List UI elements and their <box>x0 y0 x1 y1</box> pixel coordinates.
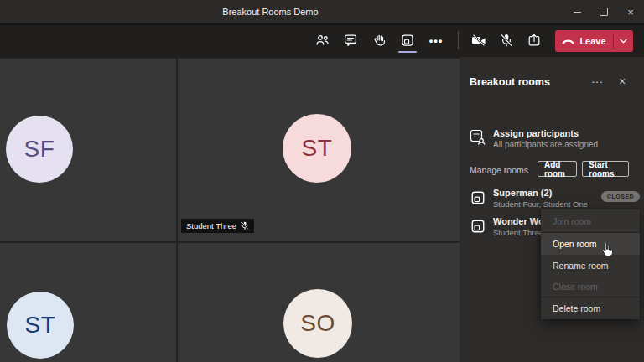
share-screen-button[interactable] <box>520 23 548 57</box>
window-controls: × <box>564 0 644 23</box>
people-icon <box>315 34 330 47</box>
raised-hand-icon <box>372 34 386 47</box>
raise-hand-button[interactable] <box>365 23 393 57</box>
toolbar-divider <box>458 31 459 49</box>
panel-more-button[interactable]: … <box>587 72 607 89</box>
hang-up-icon <box>562 38 574 45</box>
participant-name-label: Student Three <box>181 219 254 233</box>
maximize-button[interactable] <box>590 0 617 23</box>
add-room-button[interactable]: Add room <box>538 161 577 177</box>
mic-off-icon <box>500 34 513 48</box>
active-tool-underline <box>398 51 417 54</box>
mouse-cursor-hand <box>600 241 615 261</box>
menu-item-open-room[interactable]: Open room <box>541 233 640 255</box>
assign-participants-title: Assign participants <box>493 128 579 138</box>
mic-off-button[interactable] <box>492 23 520 57</box>
camera-off-button[interactable] <box>465 23 492 57</box>
more-actions-button[interactable]: ••• <box>422 23 450 57</box>
chat-icon <box>344 34 357 47</box>
video-stage: SF ST ST SO Student Three <box>0 57 460 362</box>
leave-split-button: Leave <box>555 30 633 52</box>
menu-item-rename-room[interactable]: Rename room <box>541 255 640 277</box>
leave-button-label: Leave <box>579 36 605 46</box>
window-title: Breakout Rooms Demo <box>0 0 541 23</box>
start-rooms-button[interactable]: Start rooms <box>582 161 629 177</box>
leave-options-button[interactable] <box>614 30 633 52</box>
menu-item-close-room: Close room <box>541 277 640 297</box>
assign-participants-row[interactable] <box>469 128 486 149</box>
camera-off-icon <box>471 34 486 47</box>
close-button[interactable]: × <box>617 0 644 23</box>
show-chat-button[interactable] <box>336 23 365 57</box>
menu-item-join-room: Join room <box>541 209 640 232</box>
menu-item-delete-room[interactable]: Delete room <box>541 297 640 319</box>
show-participants-button[interactable] <box>308 23 336 57</box>
panel-title: Breakout rooms <box>470 76 550 88</box>
room-members: Student Four, Student One <box>493 199 588 209</box>
breakout-rooms-button[interactable] <box>393 23 422 57</box>
room-members: Student Three, <box>493 228 546 237</box>
minimize-icon <box>574 12 581 13</box>
participant-name: Student Three <box>186 221 236 230</box>
room-icon <box>470 190 486 205</box>
mic-muted-icon <box>241 221 249 230</box>
room-name: Superman (2) <box>493 188 552 198</box>
room-status-badge: CLOSED <box>601 191 640 202</box>
manage-rooms-label: Manage rooms <box>470 165 528 175</box>
maximize-icon <box>600 8 608 16</box>
room-context-menu: Join room Open room Rename room Close ro… <box>541 209 640 319</box>
avatar: ST <box>7 292 74 359</box>
panel-close-button[interactable]: × <box>614 74 631 90</box>
title-bar: Breakout Rooms Demo × <box>0 0 644 23</box>
assign-participants-icon <box>469 128 486 146</box>
avatar: ST <box>283 114 351 183</box>
avatar: SF <box>6 116 73 183</box>
toolbar-device-group <box>465 23 548 57</box>
chevron-down-icon <box>620 39 627 44</box>
share-screen-icon <box>527 34 541 47</box>
room-icon <box>470 219 486 234</box>
avatar: SO <box>283 289 352 358</box>
assign-participants-subtitle: All participants are assigned <box>493 140 598 149</box>
leave-button[interactable]: Leave <box>555 30 613 52</box>
toolbar-left-group: ••• <box>308 23 450 57</box>
breakout-rooms-icon <box>401 34 414 47</box>
minimize-button[interactable] <box>564 0 590 23</box>
